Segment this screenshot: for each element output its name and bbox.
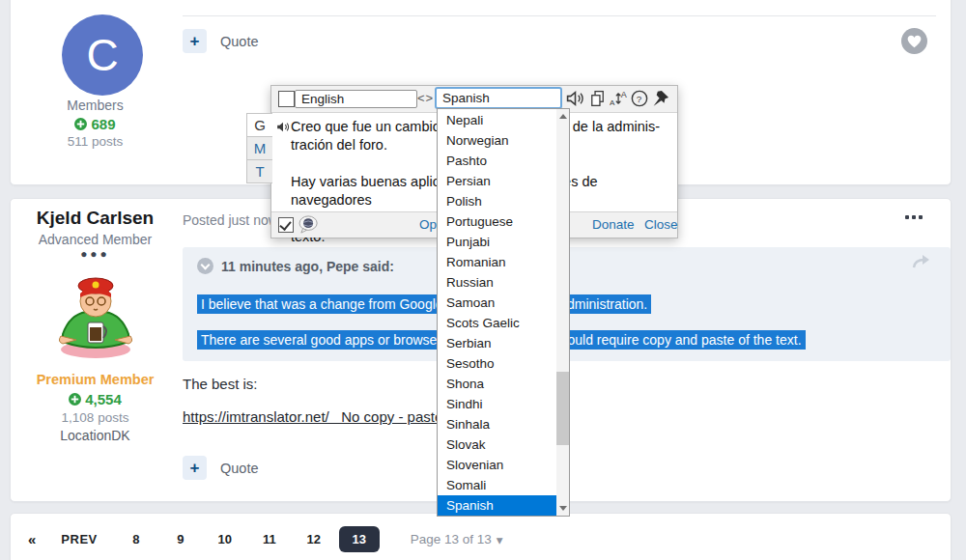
swap-languages-icon[interactable]: <> bbox=[417, 91, 434, 105]
plus-icon[interactable]: + bbox=[183, 456, 207, 480]
quote-button[interactable]: + Quote bbox=[183, 29, 259, 53]
quote-button[interactable]: + Quote bbox=[183, 456, 259, 480]
dropdown-item[interactable]: Pashto bbox=[438, 151, 557, 171]
divider bbox=[183, 15, 936, 16]
page-number[interactable]: 10 bbox=[210, 526, 241, 552]
close-link[interactable]: Close bbox=[644, 217, 678, 232]
donate-link[interactable]: Donate bbox=[592, 217, 635, 232]
dropdown-item[interactable]: Norwegian bbox=[438, 130, 557, 151]
tab-provider-m[interactable]: M bbox=[246, 137, 272, 160]
author-avatar[interactable] bbox=[51, 272, 140, 361]
reputation-row: 4,554 bbox=[11, 391, 180, 407]
footer-checkbox[interactable] bbox=[278, 217, 294, 233]
page-summary: Page 13 of 13 bbox=[411, 532, 492, 546]
quote-citation: 11 minutes ago, Pepe said: bbox=[221, 259, 394, 274]
post-count: 511 posts bbox=[11, 134, 180, 149]
plus-circle-icon bbox=[74, 118, 87, 130]
imtranslator-link[interactable]: https://imtranslator.net/ No copy - past… bbox=[183, 408, 442, 425]
dropdown-item[interactable]: Spanish bbox=[438, 495, 557, 516]
source-checkbox[interactable] bbox=[278, 91, 295, 107]
dropdown-item[interactable]: Portuguese bbox=[438, 211, 557, 232]
svg-text:?: ? bbox=[637, 94, 642, 104]
dropdown-item[interactable]: Somali bbox=[438, 475, 557, 495]
quote-block-header[interactable]: 11 minutes ago, Pepe said: bbox=[197, 258, 394, 274]
premium-badge: Premium Member bbox=[11, 372, 180, 387]
svg-text:A: A bbox=[610, 98, 615, 107]
pagination-bar: « PREV 8910111213 Page 13 of 13 ▾ bbox=[10, 513, 952, 560]
dropdown-scrollbar bbox=[556, 109, 569, 516]
avatar-letter: C bbox=[86, 29, 118, 81]
avatar[interactable]: C bbox=[62, 14, 143, 96]
page-number-list: 8910111213 bbox=[107, 526, 380, 552]
help-icon[interactable]: ? bbox=[631, 90, 648, 107]
forum-page: C Members 689 511 posts + Quote Kjeld Ca… bbox=[0, 0, 966, 560]
post-count: 1,108 posts bbox=[11, 410, 180, 425]
translator-provider-tabs: G M T bbox=[246, 113, 272, 183]
posted-time: Posted just now bbox=[183, 212, 278, 228]
plus-circle-icon bbox=[69, 393, 81, 406]
language-list: NepaliNorwegianPashtoPersianPolishPortug… bbox=[438, 110, 557, 516]
translate-bubble-icon[interactable] bbox=[298, 215, 320, 234]
location: LocationDK bbox=[11, 428, 180, 443]
dropdown-item[interactable]: Sindhi bbox=[438, 394, 557, 414]
speaker-icon[interactable] bbox=[566, 90, 584, 107]
dropdown-item[interactable]: Serbian bbox=[438, 333, 557, 353]
dropdown-item[interactable]: Polish bbox=[438, 191, 557, 211]
reputation-count: 689 bbox=[91, 116, 115, 132]
transliteration-icon[interactable]: AA bbox=[610, 90, 629, 107]
reputation-count: 4,554 bbox=[85, 391, 122, 407]
source-language-input[interactable] bbox=[295, 90, 417, 108]
speaker-icon[interactable] bbox=[276, 121, 290, 133]
svg-text:A: A bbox=[621, 90, 627, 99]
reply-arrow-icon[interactable] bbox=[912, 253, 931, 269]
rank-pips-icon: ●●● bbox=[11, 247, 180, 261]
scroll-down-icon[interactable] bbox=[556, 501, 569, 516]
page-number[interactable]: 8 bbox=[121, 526, 152, 552]
dropdown-item[interactable]: Romanian bbox=[438, 252, 557, 272]
dropdown-item[interactable]: Nepali bbox=[438, 110, 557, 130]
dropdown-item[interactable]: Sinhala bbox=[438, 414, 557, 434]
quote-button-label: Quote bbox=[220, 461, 259, 476]
tab-provider-t[interactable]: T bbox=[246, 160, 272, 183]
page-number[interactable]: 13 bbox=[339, 526, 380, 552]
page-number[interactable]: 9 bbox=[165, 526, 196, 552]
language-dropdown: NepaliNorwegianPashtoPersianPolishPortug… bbox=[437, 108, 570, 517]
dropdown-item[interactable]: Scots Gaelic bbox=[438, 313, 557, 333]
prev-page-button[interactable]: PREV bbox=[61, 532, 97, 546]
scroll-up-icon[interactable] bbox=[556, 109, 569, 124]
dropdown-item[interactable]: Sesotho bbox=[438, 353, 557, 374]
dropdown-item[interactable]: Punjabi bbox=[438, 232, 557, 252]
pin-icon[interactable] bbox=[652, 90, 669, 107]
plus-icon[interactable]: + bbox=[183, 29, 207, 53]
reputation-row: 689 bbox=[11, 116, 180, 132]
author-name[interactable]: Kjeld Carlsen bbox=[11, 208, 180, 229]
heart-icon bbox=[907, 35, 922, 48]
caret-down-icon: ▾ bbox=[497, 532, 503, 547]
chevron-down-icon[interactable] bbox=[197, 258, 213, 274]
quote-button-label: Quote bbox=[220, 34, 259, 49]
first-page-button[interactable]: « bbox=[28, 531, 36, 547]
scrollbar-thumb[interactable] bbox=[556, 372, 569, 445]
selected-text-line: I believe that was a change from Google … bbox=[197, 294, 651, 314]
member-group-label: Members bbox=[11, 98, 180, 113]
dropdown-item[interactable]: Slovenian bbox=[438, 455, 557, 475]
tab-provider-g[interactable]: G bbox=[246, 113, 272, 137]
copy-icon[interactable] bbox=[589, 90, 606, 107]
target-language-input[interactable] bbox=[435, 87, 562, 109]
post-body-text: The best is: bbox=[183, 376, 258, 392]
page-number[interactable]: 12 bbox=[298, 526, 329, 552]
page-number[interactable]: 11 bbox=[254, 526, 285, 552]
post-options-icon[interactable] bbox=[905, 215, 923, 219]
dropdown-item[interactable]: Samoan bbox=[438, 293, 557, 313]
dropdown-item[interactable]: Shona bbox=[438, 374, 557, 394]
author-title: Advanced Member bbox=[11, 232, 180, 247]
dropdown-item[interactable]: Persian bbox=[438, 171, 557, 191]
page-jump-dropdown[interactable]: Page 13 of 13 ▾ bbox=[411, 532, 503, 547]
like-heart-button[interactable] bbox=[901, 28, 927, 54]
dropdown-item[interactable]: Slovak bbox=[438, 434, 557, 455]
dropdown-item[interactable]: Russian bbox=[438, 272, 557, 293]
